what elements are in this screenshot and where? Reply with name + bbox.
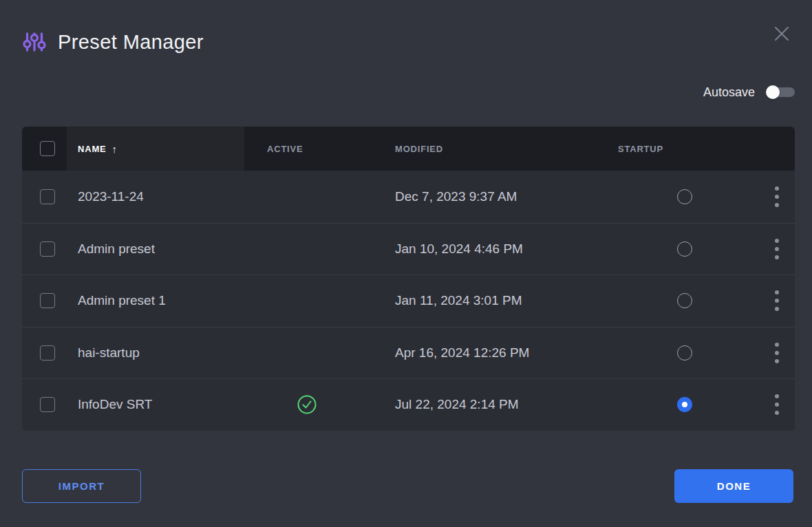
autosave-label: Autosave (703, 85, 755, 100)
modified-date: Apr 16, 2024 12:26 PM (395, 345, 529, 361)
column-header-startup[interactable]: STARTUP (595, 127, 731, 171)
modified-date: Jan 11, 2024 3:01 PM (395, 293, 522, 308)
preset-name: 2023-11-24 (78, 189, 144, 204)
startup-radio[interactable] (677, 345, 692, 361)
preset-manager-dialog: Preset Manager Autosave NAME ↑ (0, 0, 812, 527)
sliders-icon (22, 29, 47, 55)
close-button[interactable] (769, 21, 795, 47)
row-checkbox[interactable] (40, 345, 55, 361)
modified-date: Dec 7, 2023 9:37 AM (395, 189, 517, 204)
column-header-active[interactable]: ACTIVE (244, 127, 371, 171)
column-header-modified[interactable]: MODIFIED (371, 127, 595, 171)
toggle-knob (766, 85, 780, 99)
preset-name: Admin preset (78, 241, 155, 257)
dialog-header: Preset Manager (0, 0, 812, 56)
row-checkbox[interactable] (40, 241, 55, 257)
startup-radio[interactable] (677, 189, 692, 204)
row-checkbox[interactable] (40, 397, 55, 412)
column-header-name-label: NAME (78, 144, 106, 154)
startup-radio[interactable] (677, 293, 692, 308)
table-row: Admin preset Jan 10, 2024 4:46 PM (22, 223, 795, 275)
close-icon (771, 23, 792, 44)
preset-name: Admin preset 1 (78, 293, 166, 308)
kebab-menu-icon[interactable] (772, 340, 782, 366)
import-button[interactable]: IMPORT (22, 469, 141, 503)
modified-date: Jul 22, 2024 2:14 PM (395, 397, 519, 412)
preset-name: hai-startup (78, 345, 140, 361)
active-check-icon (297, 394, 317, 415)
modified-date: Jan 10, 2024 4:46 PM (395, 241, 523, 257)
kebab-menu-icon[interactable] (772, 236, 782, 262)
startup-radio[interactable] (677, 241, 692, 257)
autosave-section: Autosave (0, 84, 795, 100)
kebab-menu-icon[interactable] (772, 391, 782, 418)
sort-asc-icon: ↑ (111, 143, 117, 155)
select-all-checkbox[interactable] (40, 141, 55, 156)
preset-table: NAME ↑ ACTIVE MODIFIED STARTUP 2023-11-2… (22, 127, 795, 431)
dialog-title: Preset Manager (58, 31, 204, 54)
preset-name: InfoDev SRT (78, 397, 152, 412)
startup-radio[interactable] (677, 397, 692, 412)
column-header-menu (731, 127, 795, 171)
table-header-row: NAME ↑ ACTIVE MODIFIED STARTUP (22, 127, 795, 171)
done-button[interactable]: DONE (674, 469, 793, 503)
table-row: hai-startup Apr 16, 2024 12:26 PM (22, 327, 795, 379)
autosave-toggle[interactable] (766, 85, 795, 100)
column-header-name[interactable]: NAME ↑ (67, 127, 244, 171)
preset-table-body: 2023-11-24 Dec 7, 2023 9:37 AM Admin pre… (22, 171, 795, 431)
kebab-menu-icon[interactable] (772, 288, 782, 314)
row-checkbox[interactable] (40, 293, 55, 308)
table-row: 2023-11-24 Dec 7, 2023 9:37 AM (22, 171, 795, 223)
table-row: InfoDev SRT Jul 22, 2024 2:14 PM (22, 378, 795, 431)
row-checkbox[interactable] (40, 189, 55, 204)
dialog-footer: IMPORT DONE (0, 469, 812, 503)
table-row: Admin preset 1 Jan 11, 2024 3:01 PM (22, 275, 795, 327)
kebab-menu-icon[interactable] (772, 184, 782, 210)
